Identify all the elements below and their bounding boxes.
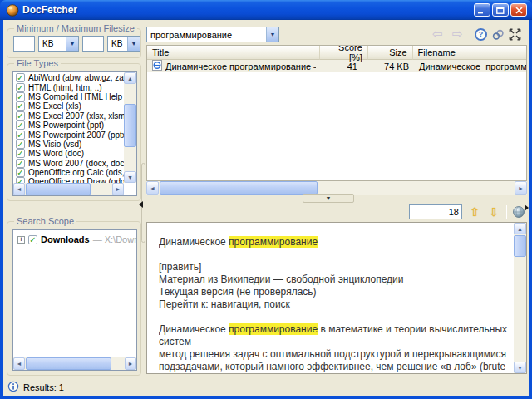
- preview-text: Динамическое программирование [править]М…: [159, 236, 511, 373]
- min-filesize-input[interactable]: [13, 36, 35, 52]
- scroll-left-icon[interactable]: ◄: [13, 183, 25, 195]
- column-header-title[interactable]: Title: [147, 46, 320, 60]
- preview-text-segment: Перейти к: навигация, поиск: [159, 298, 290, 310]
- preview-vscroll-thumb[interactable]: [514, 235, 526, 257]
- scope-hscroll-thumb[interactable]: [26, 357, 111, 370]
- checkbox-checked-icon[interactable]: [16, 140, 25, 149]
- checkbox-checked-icon[interactable]: [16, 121, 25, 130]
- back-icon[interactable]: ⇦: [432, 27, 443, 41]
- file-type-item[interactable]: MS Powerpoint 2007 (pptx,: [13, 130, 124, 139]
- occurrence-count-field[interactable]: [409, 204, 462, 219]
- file-type-label: HTML (html, htm, ..): [28, 83, 102, 92]
- scroll-down-icon[interactable]: ▼: [124, 171, 136, 183]
- max-filesize-input[interactable]: [82, 36, 104, 52]
- scope-tree-item[interactable]: + Downloads — X:\Downloa: [13, 230, 136, 244]
- file-type-item[interactable]: MS Visio (vsd): [13, 140, 124, 149]
- chevron-down-icon[interactable]: ▼: [66, 37, 78, 51]
- checkbox-checked-icon[interactable]: [16, 111, 25, 121]
- close-button[interactable]: [510, 3, 527, 17]
- preview-line: [159, 249, 511, 261]
- chevron-down-icon[interactable]: ▼: [127, 37, 140, 51]
- scope-item-name: Downloads: [41, 234, 90, 244]
- preview-line: систем —: [159, 336, 511, 348]
- next-occurrence-icon[interactable]: ⇩: [489, 204, 499, 219]
- file-types-hscrollbar[interactable]: ◄ ►: [13, 183, 124, 195]
- preview-line: [159, 311, 511, 323]
- file-types-vscrollbar[interactable]: ▲ ▼: [124, 72, 136, 183]
- checkbox-checked-icon[interactable]: [16, 83, 25, 92]
- search-combobox[interactable]: программирование ▼: [146, 27, 279, 42]
- min-unit-value: KB: [39, 39, 66, 48]
- expand-window-icon[interactable]: [509, 28, 521, 42]
- file-types-hscroll-thumb[interactable]: [26, 183, 91, 195]
- checkbox-checked-icon[interactable]: [16, 131, 25, 140]
- column-header-size[interactable]: Size: [368, 46, 413, 60]
- highlighted-match: программирование: [229, 236, 318, 248]
- file-type-item[interactable]: MS Powerpoint (ppt): [13, 121, 124, 130]
- preview-text-segment: в математике и теории вычислительных: [318, 323, 507, 335]
- checkbox-checked-icon[interactable]: [16, 101, 25, 111]
- search-scope-group: Search Scope + Downloads — X:\Downloa ◄ …: [7, 221, 141, 376]
- file-types-group: File Types AbiWord (abw, abw.gz, zabHTML…: [7, 63, 141, 201]
- min-filesize-unit-select[interactable]: KB ▼: [38, 36, 79, 52]
- scroll-down-icon[interactable]: ▼: [514, 362, 526, 373]
- file-type-item[interactable]: MS Word 2007 (docx, docm: [13, 159, 124, 168]
- checkbox-checked-icon[interactable]: [28, 235, 37, 244]
- minimize-button[interactable]: [474, 3, 490, 17]
- filesize-group: Minimum / Maximum Filesize KB ▼ KB ▼: [7, 28, 141, 58]
- preview-splitter-button[interactable]: ▼: [303, 194, 354, 203]
- checkbox-checked-icon[interactable]: [16, 168, 25, 177]
- maximize-button[interactable]: [492, 3, 509, 17]
- preview-vscrollbar[interactable]: ▲ ▼: [514, 223, 526, 373]
- checkbox-checked-icon[interactable]: [16, 73, 25, 82]
- results-hscroll-thumb[interactable]: [160, 181, 318, 195]
- file-type-item[interactable]: HTML (html, htm, ..): [13, 82, 124, 91]
- file-type-item[interactable]: OpenOffice.org Calc (ods,: [13, 168, 124, 177]
- collapse-left-icon[interactable]: [139, 201, 143, 208]
- help-icon[interactable]: ?: [475, 28, 487, 41]
- result-filename: Динамическое_программирова: [414, 62, 527, 71]
- tree-expand-icon[interactable]: +: [17, 236, 25, 244]
- file-type-item[interactable]: MS Excel 2007 (xlsx, xlsm): [13, 111, 124, 121]
- scroll-left-icon[interactable]: ◄: [13, 357, 25, 370]
- preview-line: Перейти к: навигация, поиск: [159, 298, 511, 311]
- results-hscrollbar[interactable]: ◄ ►: [146, 181, 527, 195]
- highlighted-match: программирование: [229, 323, 318, 335]
- file-type-item[interactable]: AbiWord (abw, abw.gz, zab: [13, 73, 124, 82]
- file-types-vscroll-thumb[interactable]: [124, 104, 136, 147]
- preview-text-segment: Динамическое: [159, 323, 229, 335]
- max-filesize-unit-select[interactable]: KB ▼: [107, 36, 140, 52]
- file-type-label: MS Visio (vsd): [28, 140, 81, 149]
- scroll-left-icon[interactable]: ◄: [146, 181, 159, 195]
- scope-hscrollbar[interactable]: ◄ ►: [13, 357, 136, 370]
- file-type-item[interactable]: OpenOffice.org Draw (odg,: [13, 177, 124, 183]
- checkbox-checked-icon[interactable]: [16, 149, 25, 158]
- file-type-item[interactable]: MS Excel (xls): [13, 101, 124, 111]
- scroll-right-icon[interactable]: ►: [515, 181, 527, 195]
- file-type-item[interactable]: MS Word (doc): [13, 149, 124, 158]
- open-in-browser-globe-icon[interactable]: [512, 205, 525, 220]
- forward-icon[interactable]: ⇨: [452, 27, 463, 41]
- title-bar[interactable]: DocFetcher: [0, 0, 532, 20]
- scroll-up-icon[interactable]: ▲: [514, 223, 526, 234]
- search-query: программирование: [147, 30, 266, 40]
- scroll-right-icon[interactable]: ►: [112, 183, 124, 195]
- result-row[interactable]: Динамическое программирование — Вики... …: [147, 60, 526, 72]
- column-header-score[interactable]: Score [%]: [320, 46, 368, 60]
- checkbox-checked-icon[interactable]: [16, 159, 25, 168]
- toolbar-separator: [506, 205, 507, 219]
- checkbox-checked-icon[interactable]: [16, 92, 25, 101]
- previous-occurrence-icon[interactable]: ⇧: [470, 204, 480, 219]
- scroll-up-icon[interactable]: ▲: [124, 72, 136, 84]
- search-scope-tree: + Downloads — X:\Downloa ◄ ►: [12, 229, 137, 371]
- preview-text-segment: метод решения задач с оптимальной подстр…: [159, 348, 506, 360]
- scroll-right-icon[interactable]: ►: [125, 357, 136, 370]
- preview-pane[interactable]: Динамическое программирование [править]М…: [146, 222, 527, 374]
- chevron-down-icon[interactable]: ▼: [266, 27, 278, 42]
- preview-line: Материал из Википедии — свободной энцикл…: [159, 273, 511, 286]
- column-header-filename[interactable]: Filename: [413, 46, 526, 60]
- results-table-header[interactable]: Title Score [%] Size Filename: [147, 46, 526, 60]
- preferences-icon[interactable]: [491, 28, 505, 43]
- file-type-item[interactable]: MS Compiled HTML Help (ch: [13, 92, 124, 101]
- preview-line: Текущая версия (не проверялась): [159, 286, 511, 298]
